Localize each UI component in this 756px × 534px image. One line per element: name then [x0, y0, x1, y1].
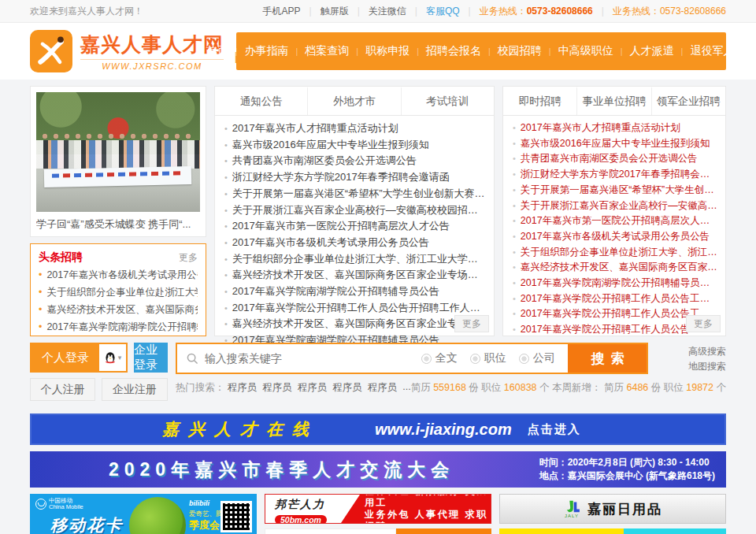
mobile-app-link[interactable]: 手机APP	[263, 5, 301, 18]
chevron-down-icon: ▾	[118, 354, 122, 362]
news-photo-card[interactable]: 学子回“嘉”感受禾城蝶变 携手同“...	[30, 86, 206, 237]
hot-search-term[interactable]: 程序员	[332, 381, 362, 395]
china-mobile-ad[interactable]: 中国移动 China Mobile 移动花卡 bilibili 爱奇艺、腾讯视频…	[30, 494, 257, 534]
headline-item[interactable]: 嘉兴经济技术开发区、嘉兴国际商务...	[39, 301, 198, 318]
notice-tab[interactable]: 考试培训	[402, 87, 494, 115]
qq-login-dropdown[interactable]: ▾	[99, 344, 126, 371]
nav-item[interactable]: 办事指南	[228, 44, 289, 58]
scope-company-radio[interactable]: 公司	[519, 351, 555, 365]
nav-item[interactable]: 校园招聘	[481, 44, 542, 58]
partial-ad-strip	[265, 528, 491, 534]
welcome-text: 欢迎来到嘉兴人事人才网！	[30, 5, 143, 18]
notice-tabs: 通知公告外地才市考试培训	[215, 87, 494, 116]
new-job-count: 19872	[686, 382, 713, 393]
jobs-item[interactable]: 嘉兴市级2016年应届大中专毕业生报到须知	[513, 136, 717, 152]
notice-item[interactable]: 2017年嘉兴市第一医院公开招聘高层次人才公告	[224, 218, 486, 235]
bangmang-services-line2: 业务外包 人事代理 求职招聘	[365, 509, 491, 524]
touch-version-link[interactable]: 触屏版	[321, 5, 349, 18]
banner1-cta: 点击进入	[528, 422, 581, 437]
headline-item[interactable]: 关于组织部分企事业单位赴浙江大学...	[39, 284, 198, 301]
notice-item[interactable]: 共青团嘉兴市南湖区委员会公开选调公告	[224, 153, 486, 169]
wechat-link[interactable]: 关注微信	[369, 5, 406, 18]
scope-fulltext-radio[interactable]: 全文	[421, 351, 458, 365]
headline-more-link[interactable]: 更多	[179, 251, 198, 265]
divider: |	[602, 6, 604, 17]
notice-item[interactable]: 嘉兴经济技术开发区、嘉兴国际商务区百家企业专场招聘会公告	[224, 267, 486, 284]
hot-search: 热门搜索： 程序员程序员程序员程序员程序员...	[176, 381, 411, 395]
nav-item[interactable]: 招聘会报名	[410, 44, 481, 58]
headline-title: 头条招聘	[39, 250, 83, 265]
notice-item[interactable]: 2017年嘉兴市各级机关考试录用公务员公告	[224, 235, 486, 251]
nav-item[interactable]: 档案查询	[288, 44, 349, 58]
jiali-daily-goods-ad[interactable]: JALY 嘉丽日用品	[499, 494, 726, 524]
jobs-item[interactable]: 关于开展浙江嘉兴百家企业高校行—安徽高校校园...	[513, 198, 717, 214]
jobs-item[interactable]: 浙江财经大学东方学院2017年春季招聘会邀请函	[513, 167, 717, 183]
notice-item[interactable]: 2017年嘉兴学院公开招聘工作人员公告开招聘工作人员公告开...	[224, 300, 486, 317]
hot-search-term[interactable]: 程序员	[262, 381, 292, 395]
hot-search-term[interactable]: 程序员	[228, 381, 258, 395]
nav-item[interactable]: 人才派遣	[613, 44, 674, 58]
notice-item[interactable]: 2017年嘉兴学院南湖学院公开招聘辅导员公告	[224, 284, 486, 300]
jobs-more-link[interactable]: 更多	[686, 315, 721, 332]
search-button[interactable]: 搜索	[568, 344, 647, 373]
jaly-logo-text: JALY	[565, 514, 579, 518]
jobs-item[interactable]: 共青团嘉兴市南湖区委员会公开选调公告	[513, 151, 717, 167]
jobs-tab[interactable]: 事业单位招聘	[577, 87, 651, 115]
qq-service-link[interactable]: 客服QQ	[426, 5, 460, 18]
jobs-item[interactable]: 2017年嘉兴市各级机关考试录用公务员公告	[513, 229, 717, 245]
jobs-item[interactable]: 2017年嘉兴学院公开招聘工作人员公告工作人员...	[513, 291, 717, 307]
bangmang-hr-ad[interactable]: 邦芒人力 50bm.com 社保代理 薪酬服务 灵活用工 业务外包 人事代理 求…	[265, 494, 491, 524]
scope-position-radio[interactable]: 职位	[470, 351, 506, 365]
spring-job-fair-banner[interactable]: 2020年嘉兴市春季人才交流大会 时间：2020年2月8日 (周六) 8:30 …	[30, 451, 726, 488]
jaly-logo-icon: JALY	[563, 499, 580, 518]
hotline-number: 0573-82608666	[660, 6, 726, 17]
banner1-title: 嘉兴人才在线	[162, 418, 318, 440]
site-url: WWW.JXRSRC.COM	[80, 59, 224, 71]
notice-item[interactable]: 浙江财经大学东方学院2017年春季招聘会邀请函	[224, 169, 486, 186]
green-planet-graphic	[129, 497, 186, 534]
hot-search-term[interactable]: ...	[402, 381, 410, 395]
jobs-tab[interactable]: 即时招聘	[503, 87, 577, 115]
photo-caption[interactable]: 学子回“嘉”感受禾城蝶变 携手同“...	[36, 212, 200, 232]
bilibili-logo: bilibili	[189, 499, 209, 507]
nav-item[interactable]: 职称申报	[349, 44, 410, 58]
hot-search-term[interactable]: 程序员	[368, 381, 398, 395]
headline-item[interactable]: 2017年嘉兴学院南湖学院公开招聘辅...	[39, 318, 198, 336]
map-search-link[interactable]: 地图搜索	[688, 359, 726, 374]
search-input[interactable]	[205, 352, 421, 365]
notice-more-link[interactable]: 更多	[454, 315, 489, 332]
advanced-search-link[interactable]: 高级搜索	[688, 344, 726, 359]
jobs-list: 2017年嘉兴市人才招聘重点活动计划嘉兴市级2016年应届大中专毕业生报到须知共…	[503, 116, 725, 338]
notice-tab[interactable]: 外地才市	[308, 87, 401, 115]
enterprise-login-button[interactable]: 企业登录	[134, 343, 168, 373]
jobs-tab[interactable]: 领军企业招聘	[652, 87, 725, 115]
notice-item[interactable]: 嘉兴市级2016年应届大中专毕业生报到须知	[224, 137, 486, 154]
notice-tab[interactable]: 通知公告	[215, 87, 308, 115]
jobs-item[interactable]: 关于开展第一届嘉兴港区“希望杯”大学生创业创...	[513, 183, 717, 198]
hotline-label: 业务热线：	[480, 5, 527, 18]
hot-search-term[interactable]: 程序员	[298, 381, 328, 395]
notice-item[interactable]: 关于开展浙江嘉兴百家企业高校行—安徽高校校园招聘活动的通...	[224, 202, 486, 219]
crowd-graphic	[36, 140, 200, 169]
jobs-item[interactable]: 嘉兴经济技术开发区、嘉兴国际商务区百家企业专...	[513, 260, 717, 276]
nav-item[interactable]: 中高级职位	[542, 44, 613, 58]
jobs-item[interactable]: 2017年嘉兴市第一医院公开招聘高层次人才公告	[513, 213, 717, 229]
jobs-item[interactable]: 2017年嘉兴市人才招聘重点活动计划	[513, 121, 717, 136]
nav-item[interactable]: 退役军人招聘	[674, 44, 756, 58]
headline-item[interactable]: 2017年嘉兴市各级机关考试录用公务...	[39, 266, 198, 284]
jobs-item[interactable]: 2017年嘉兴学院南湖学院公开招聘辅导员公告	[513, 276, 717, 291]
resume-count: 559168	[433, 382, 466, 393]
china-mobile-icon	[35, 499, 46, 510]
notice-item[interactable]: 关于开展第一届嘉兴港区“希望杯”大学生创业创新大赛的通知	[224, 186, 486, 202]
nav-item[interactable]: 首页	[206, 44, 228, 58]
logo-icon	[30, 30, 72, 72]
notice-item[interactable]: 嘉兴经济技术开发区、嘉兴国际商务区百家企业专场招聘会公告	[224, 316, 486, 332]
personal-login-button[interactable]: 个人登录	[32, 344, 99, 371]
personal-register-button[interactable]: 个人注册	[30, 378, 95, 401]
notice-item[interactable]: 关于组织部分企事业单位赴浙江大学、浙江工业大学招聘人才的...	[224, 251, 486, 268]
jiaxing-talent-online-banner[interactable]: 嘉兴人才在线 www.i-jiaxing.com 点击进入	[30, 413, 726, 445]
jobs-item[interactable]: 关于组织部分企事业单位赴浙江大学、浙江工业大...	[513, 245, 717, 261]
banner2-info: 时间：2020年2月8日 (周六) 8:30 - 14:00 地点：嘉兴国际会展…	[539, 456, 715, 483]
notice-item[interactable]: 2017年嘉兴市人才招聘重点活动计划	[224, 121, 486, 137]
enterprise-register-button[interactable]: 企业注册	[102, 378, 167, 401]
